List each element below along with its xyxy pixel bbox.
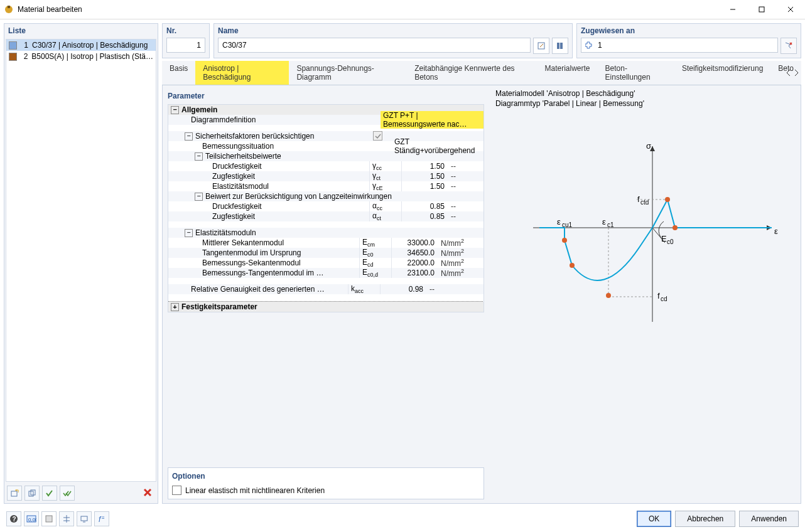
tab-scroll-right[interactable]	[794, 61, 799, 85]
minimize-button[interactable]	[718, 0, 747, 19]
collapse-icon[interactable]: −	[185, 229, 193, 237]
assign-pick-button[interactable]	[781, 38, 797, 54]
expand-icon[interactable]: +	[171, 303, 179, 311]
collapse-icon[interactable]: −	[195, 152, 203, 161]
svg-rect-1	[8, 6, 10, 8]
tab-time-dependent[interactable]: Zeitabhängige Kennwerte des Betons	[407, 61, 537, 85]
copy-button[interactable]	[24, 486, 40, 501]
stress-strain-diagram: σ ε	[508, 134, 794, 336]
ok-button[interactable]: OK	[637, 511, 671, 527]
value-ec0d[interactable]: 23100.0	[392, 269, 438, 277]
svg-text:ε: ε	[602, 217, 606, 226]
svg-point-27	[570, 263, 575, 268]
tab-scroll-left[interactable]	[786, 61, 791, 85]
tab-anisotrop[interactable]: Anisotrop | Beschädigung	[195, 61, 289, 85]
svg-text:?: ?	[13, 516, 16, 523]
tab-stress-strain[interactable]: Spannungs-Dehnungs-Diagramm	[289, 61, 407, 85]
units-button[interactable]: 0,00	[24, 511, 39, 526]
row-ec0: Tangentenmodul im Ursprung	[202, 248, 301, 257]
window-titlebar: Material bearbeiten	[0, 0, 805, 19]
tab-concrete-settings[interactable]: Beton-Einstellungen	[598, 61, 674, 85]
svg-text:≡: ≡	[102, 515, 105, 521]
cancel-button[interactable]: Abbrechen	[675, 511, 735, 527]
value-kacc[interactable]: 0.98	[381, 285, 427, 294]
value-ec0[interactable]: 34650.0	[392, 248, 438, 257]
svg-text:cd: cd	[661, 295, 667, 302]
list-item-number: 2	[19, 52, 28, 61]
svg-text:0,00: 0,00	[28, 517, 36, 523]
check-all-button[interactable]	[60, 486, 75, 501]
row-alpha-cc: Druckfestigkeit	[212, 202, 262, 211]
help-button[interactable]: ?	[6, 511, 21, 526]
apply-button[interactable]: Anwenden	[739, 511, 799, 527]
check-single-button[interactable]	[42, 486, 57, 501]
row-design-situation: Bemessungssituation	[202, 142, 274, 151]
close-button[interactable]	[776, 0, 805, 19]
row-ec0d: Bemessungs-Tangentenmodul im …	[202, 269, 323, 277]
name-box: Name C30/37	[213, 23, 573, 58]
options-header: Optionen	[172, 472, 480, 481]
tab-material-values[interactable]: Materialwerte	[538, 61, 598, 85]
name-header: Name	[218, 25, 568, 38]
design-situation-value[interactable]: GZT Ständig+vorübergehend	[392, 137, 484, 155]
row-ecd: Bemessungs-Sekantenmodul	[202, 258, 301, 267]
tree-button[interactable]	[59, 511, 74, 526]
assigned-header: Zugewiesen an	[581, 25, 797, 38]
material-list[interactable]: 1 C30/37 | Anisotrop | Beschädigung 2 B5…	[6, 39, 156, 482]
tab-stiffness-mod[interactable]: Steifigkeitsmodifizierung	[674, 61, 770, 85]
value-acc[interactable]: 0.85	[402, 202, 448, 211]
row-elastic-modulus: Elastizitätsmodul	[212, 182, 269, 191]
value-act[interactable]: 0.85	[402, 212, 448, 221]
svg-text:ε: ε	[774, 226, 778, 236]
value-ycc[interactable]: 1.50	[402, 162, 448, 171]
collapse-icon[interactable]: −	[185, 132, 193, 141]
delete-button[interactable]	[141, 486, 155, 500]
edit-name-button[interactable]	[533, 38, 549, 54]
svg-text:f: f	[637, 194, 640, 204]
svg-text:f: f	[657, 291, 660, 301]
beam-icon	[585, 41, 595, 49]
collapse-icon[interactable]: −	[195, 193, 203, 201]
linear-elastic-label: Linear elastisch mit nichtlinearen Krite…	[185, 486, 325, 495]
list-item[interactable]: 1 C30/37 | Anisotrop | Beschädigung	[6, 40, 156, 51]
svg-text:*: *	[15, 489, 18, 494]
list-header: Liste	[4, 24, 158, 38]
svg-point-29	[665, 197, 670, 202]
svg-text:σ: σ	[646, 141, 651, 151]
parameter-tree[interactable]: −Allgemein DiagrammdefinitionGZT P+T | B…	[168, 104, 484, 312]
checkbox-icon	[172, 486, 181, 495]
group-strength-params: Festigkeitsparameter	[181, 302, 257, 311]
svg-text:cu1: cu1	[562, 221, 573, 228]
display-button[interactable]	[77, 511, 92, 526]
value-ecd[interactable]: 22000.0	[392, 258, 438, 267]
safety-factors-checkbox[interactable]	[373, 131, 382, 141]
nr-box: Nr. 1	[162, 23, 210, 58]
collapse-icon[interactable]: −	[171, 106, 179, 114]
maximize-button[interactable]	[747, 0, 776, 19]
svg-rect-49	[81, 516, 87, 521]
group-longterm-factor: Beiwert zur Berücksichtigung von Langzei…	[205, 192, 392, 201]
diagram-definition-value[interactable]: GZT P+T | Bemessungswerte nac…	[381, 111, 484, 129]
new-button[interactable]: *	[7, 486, 22, 501]
linear-elastic-checkbox[interactable]: Linear elastisch mit nichtlinearen Krite…	[172, 486, 480, 495]
color-swatch	[9, 53, 17, 61]
color-button[interactable]	[41, 511, 57, 526]
library-button[interactable]	[552, 38, 568, 54]
row-tensile-strength: Zugfestigkeit	[212, 172, 255, 181]
svg-text:ctd: ctd	[640, 199, 649, 206]
name-input[interactable]: C30/37	[218, 38, 531, 53]
value-ecm[interactable]: 33000.0	[392, 238, 438, 247]
svg-text:E: E	[661, 234, 667, 243]
value-yce[interactable]: 1.50	[402, 182, 448, 191]
value-yct[interactable]: 1.50	[402, 172, 448, 181]
bottom-bar: ? 0,00 f≡ OK Abbrechen Anwenden	[0, 508, 805, 530]
group-partial-safety: Teilsicherheitsbeiwerte	[205, 152, 281, 161]
list-item[interactable]: 2 B500S(A) | Isotrop | Plastisch (Stäbe)	[6, 51, 156, 62]
assigned-box: Zugewiesen an 1	[576, 23, 801, 58]
tab-basis[interactable]: Basis	[162, 61, 195, 85]
svg-text:c0: c0	[667, 238, 674, 245]
function-button[interactable]: f≡	[94, 511, 109, 526]
assigned-input[interactable]: 1	[581, 38, 778, 53]
list-item-number: 1	[19, 41, 28, 50]
nr-input[interactable]: 1	[166, 38, 205, 53]
